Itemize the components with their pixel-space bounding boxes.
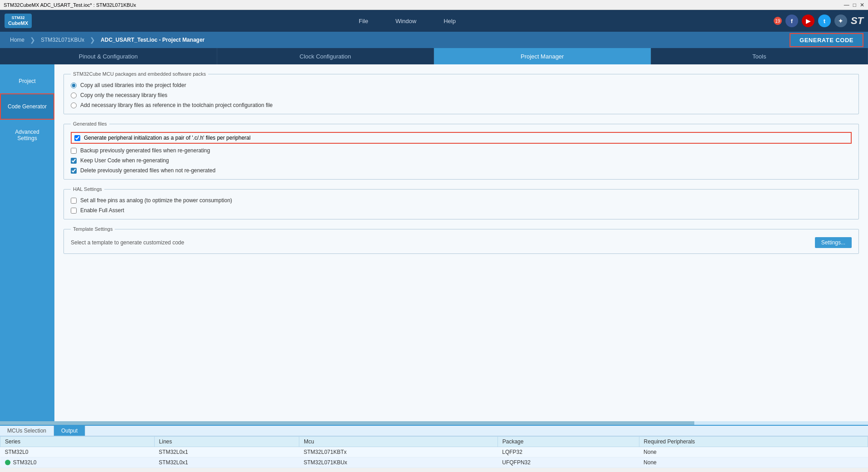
cell-peripherals-1: None <box>639 447 868 457</box>
logo-line2: CubeMX <box>8 20 28 26</box>
cell-mcu-1: STM32L071KBTx <box>299 447 498 457</box>
maximize-btn[interactable]: □ <box>853 2 856 8</box>
sidebar-item-project[interactable]: Project <box>0 69 54 93</box>
library-options: Copy all used libraries into the project… <box>71 82 852 108</box>
checkbox-peripheral-pair-label: Generate peripheral initialization as a … <box>84 135 250 141</box>
bottom-tab-output[interactable]: Output <box>54 426 85 436</box>
notification-badge[interactable]: 19 <box>774 17 782 25</box>
checkbox-backup-input[interactable] <box>71 148 77 154</box>
stm32cube-section: STM32Cube MCU packages and embedded soft… <box>63 71 859 114</box>
generate-code-button[interactable]: GENERATE CODE <box>790 33 863 47</box>
checkbox-free-pins-input[interactable] <box>71 198 77 204</box>
template-row: Select a template to generate customized… <box>71 237 852 248</box>
cell-lines-1: STM32L0x1 <box>154 447 299 457</box>
minimize-btn[interactable]: — <box>844 2 849 8</box>
stm32cube-legend: STM32Cube MCU packages and embedded soft… <box>71 71 208 77</box>
tab-pinout[interactable]: Pinout & Configuration <box>0 48 217 64</box>
tab-clock[interactable]: Clock Configuration <box>217 48 434 64</box>
bottom-tab-mcus[interactable]: MCUs Selection <box>0 426 54 436</box>
radio-copy-necessary-input[interactable] <box>71 92 77 98</box>
network-icon[interactable]: ✦ <box>834 15 847 27</box>
checkbox-peripheral-pair-wrapper: Generate peripheral initialization as a … <box>71 132 852 144</box>
youtube-icon[interactable]: ▶ <box>802 15 814 27</box>
generated-files-section: Generated files Generate peripheral init… <box>63 121 859 180</box>
bottom-table: Series Lines Mcu Package Required Periph… <box>0 436 868 468</box>
cell-lines-2: STM32L0x1 <box>154 457 299 468</box>
bottom-tabs: MCUs Selection Output <box>0 426 868 436</box>
menu-right: 19 f ▶ t ✦ ST <box>774 15 863 27</box>
facebook-icon[interactable]: f <box>785 15 798 27</box>
template-settings-legend: Template Settings <box>71 226 115 232</box>
checkbox-delete-generated[interactable]: Delete previously generated files when n… <box>71 167 852 174</box>
table-header-row: Series Lines Mcu Package Required Periph… <box>0 437 868 447</box>
content-area: STM32Cube MCU packages and embedded soft… <box>54 64 868 421</box>
settings-button[interactable]: Settings... <box>815 237 852 248</box>
menu-help[interactable]: Help <box>444 18 456 24</box>
tab-project-manager[interactable]: Project Manager <box>434 48 651 64</box>
horizontal-scrollbar[interactable] <box>0 421 868 425</box>
app-logo: STM32 CubeMX <box>5 14 32 28</box>
table-row[interactable]: STM32L0 STM32L0x1 STM32L071KBTx LQFP32 N… <box>0 447 868 457</box>
twitter-icon[interactable]: t <box>818 15 831 27</box>
breadcrumb-project[interactable]: ADC_USART_Test.ioc - Project Manager <box>95 35 210 45</box>
hal-settings-legend: HAL Settings <box>71 186 104 192</box>
st-logo: ST <box>851 15 863 27</box>
col-lines: Lines <box>154 437 299 447</box>
radio-copy-necessary[interactable]: Copy only the necessary library files <box>71 92 852 98</box>
menu-window[interactable]: Window <box>395 18 416 24</box>
col-peripherals: Required Peripherals <box>639 437 868 447</box>
logo-line1: STM32 <box>8 15 28 20</box>
title-text: STM32CubeMX ADC_USART_Test.ioc* : STM32L… <box>4 2 136 8</box>
close-btn[interactable]: ✕ <box>860 2 864 8</box>
main-content: Project Code Generator Advanced Settings… <box>0 64 868 421</box>
checkbox-free-pins[interactable]: Set all free pins as analog (to optimize… <box>71 197 852 204</box>
sidebar-item-advanced-settings[interactable]: Advanced Settings <box>0 120 54 151</box>
col-package: Package <box>497 437 639 447</box>
col-mcu: Mcu <box>299 437 498 447</box>
table-row[interactable]: STM32L0 STM32L0x1 STM32L071KBUx UFQFPN32… <box>0 457 868 468</box>
menu-bar: STM32 CubeMX File Window Help 19 f ▶ t ✦… <box>0 10 868 32</box>
radio-copy-all[interactable]: Copy all used libraries into the project… <box>71 82 852 88</box>
cell-series-2: STM32L0 <box>0 457 155 468</box>
breadcrumb-bar: Home ❯ STM32L071KBUx ❯ ADC_USART_Test.io… <box>0 32 868 48</box>
checkbox-full-assert[interactable]: Enable Full Assert <box>71 207 852 214</box>
radio-add-reference[interactable]: Add necessary library files as reference… <box>71 102 852 108</box>
hal-options: Set all free pins as analog (to optimize… <box>71 197 852 214</box>
menu-items: File Window Help <box>41 18 774 24</box>
tab-tools[interactable]: Tools <box>651 48 868 64</box>
template-placeholder: Select a template to generate customized… <box>71 239 184 246</box>
sidebar: Project Code Generator Advanced Settings <box>0 64 54 421</box>
cell-series-1: STM32L0 <box>0 447 155 457</box>
breadcrumb-mcu[interactable]: STM32L071KBUx <box>35 35 90 45</box>
cell-package-1: LQFP32 <box>497 447 639 457</box>
hal-settings-section: HAL Settings Set all free pins as analog… <box>63 186 859 219</box>
radio-copy-all-input[interactable] <box>71 83 77 88</box>
bottom-panel: MCUs Selection Output Series Lines Mcu P… <box>0 425 868 466</box>
selected-indicator <box>5 460 10 465</box>
radio-add-reference-input[interactable] <box>71 102 77 108</box>
checkbox-backup[interactable]: Backup previously generated files when r… <box>71 147 852 154</box>
cell-mcu-2: STM32L071KBUx <box>299 457 498 468</box>
col-series: Series <box>0 437 155 447</box>
tab-bar: Pinout & Configuration Clock Configurati… <box>0 48 868 64</box>
scroll-thumb[interactable] <box>0 421 694 425</box>
title-bar: STM32CubeMX ADC_USART_Test.ioc* : STM32L… <box>0 0 868 10</box>
cell-peripherals-2: None <box>639 457 868 468</box>
checkbox-keep-user-code[interactable]: Keep User Code when re-generating <box>71 157 852 164</box>
generated-files-legend: Generated files <box>71 121 109 127</box>
generated-files-options: Generate peripheral initialization as a … <box>71 132 852 174</box>
template-settings-section: Template Settings Select a template to g… <box>63 226 859 254</box>
checkbox-keep-user-code-input[interactable] <box>71 158 77 164</box>
menu-file[interactable]: File <box>359 18 368 24</box>
checkbox-peripheral-pair[interactable] <box>74 135 80 141</box>
window-controls: — □ ✕ <box>844 2 864 8</box>
breadcrumb-home[interactable]: Home <box>5 35 30 45</box>
checkbox-full-assert-input[interactable] <box>71 208 77 214</box>
sidebar-item-code-generator[interactable]: Code Generator <box>0 93 54 120</box>
cell-package-2: UFQFPN32 <box>497 457 639 468</box>
checkbox-delete-generated-input[interactable] <box>71 168 77 174</box>
